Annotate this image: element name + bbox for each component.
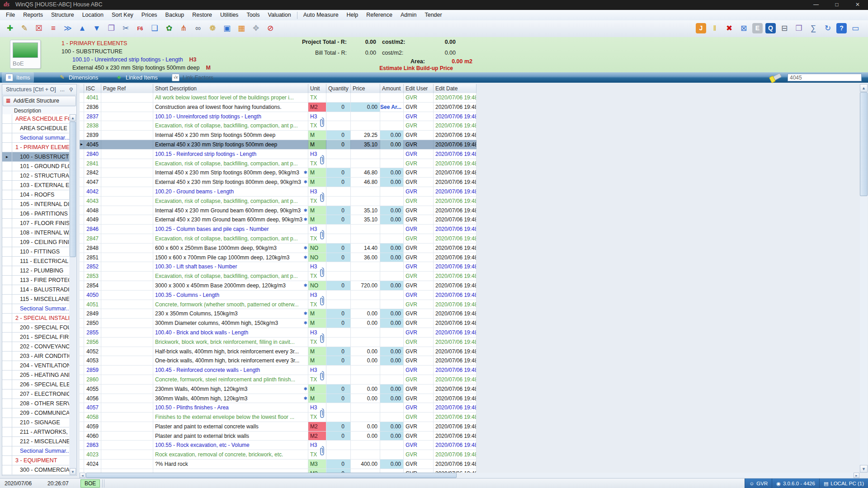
status-version-segment[interactable]: ◉3.0.6.0 - 4426 [772,479,819,488]
column-header-price[interactable]: Price [351,84,380,93]
menu-item-sort-key[interactable]: Sort Key [108,10,137,20]
price-cell[interactable]: 29.25 [351,131,380,140]
sidebar-item-104-roofs[interactable]: 104 - ROOFS [2,190,69,200]
quantity-cell[interactable] [326,225,351,234]
menu-item-reports[interactable]: Reports [19,10,47,20]
price-cell[interactable]: 0.00 [351,103,380,112]
sidebar-item-115-miscellaneo[interactable]: 115 - MISCELLANEO... [2,295,69,304]
quantity-cell[interactable]: 0 [326,103,351,112]
sidebar-item-area-schedule-for[interactable]: AREA SCHEDULE FOR ... [2,114,69,124]
table-row[interactable]: 4060Plaster and paint to external brick … [80,432,476,441]
estimate-link-build-up-price[interactable]: Estimate Link Build-up Price [316,65,453,71]
quantity-cell[interactable]: 0 [326,244,351,253]
refresh-icon[interactable]: ↻ [822,23,834,34]
scroll-up-icon[interactable]: ▲ [860,84,868,92]
table-row[interactable]: 2838Excavation, risk of collapse, backfi… [80,121,476,131]
quantity-cell[interactable]: 0 [326,319,351,328]
table-row[interactable]: 2853Excavation, risk of collapse, backfi… [80,272,476,281]
quantity-cell[interactable]: 0 [326,281,351,290]
table-row[interactable]: 4023Rock excavation, removal of concrete… [80,450,476,460]
quantity-cell[interactable] [326,234,351,243]
table-row[interactable]: 28543000 x 3000 x 450mm Base 2000mm deep… [80,281,476,291]
table-row[interactable]: 2860Concrete, formwork, steel reinforcem… [80,375,476,385]
price-cell[interactable] [351,338,380,347]
sidebar-item-106-partitions[interactable]: 106 - PARTITIONS [2,209,69,219]
quantity-cell[interactable]: 0 [326,356,351,365]
quantity-cell[interactable] [326,366,351,375]
table-row[interactable]: 4047External 450 x 230 mm Strip footings… [80,178,476,187]
price-cell[interactable] [351,187,380,196]
quantity-cell[interactable] [326,403,351,412]
table-row[interactable]: 2847Excavation, risk of collapse, backfi… [80,234,476,244]
menu-item-tools[interactable]: Tools [242,10,264,20]
table-row[interactable]: 2840100.15 - Reinforced strip footings -… [80,150,476,159]
table-row[interactable]: 2852100.30 - Lift shaft bases - NumberH3… [80,262,476,272]
table-row[interactable]: 2848600 x 600 x 250mm Base 1000mm deep, … [80,244,476,253]
add-edit-structure-button[interactable]: ≣Add/Edit Structure [3,96,76,106]
table-row[interactable]: 4042100.20 - Ground beams - LengthH3GVR2… [80,187,476,197]
price-cell[interactable] [351,272,380,281]
price-cell[interactable] [351,450,380,459]
table-row[interactable]: 2855100.40 - Brick and block walls - Len… [80,328,476,338]
panel-more-button[interactable]: ... [60,84,65,95]
table-row[interactable]: 2859100.45 - Reinforced concrete walls -… [80,366,476,375]
sidebar-item-103-external-en[interactable]: 103 - EXTERNAL EN... [2,181,69,190]
table-row[interactable]: 2836Construction area of lowest floor ha… [80,103,476,112]
price-cell[interactable] [351,112,380,121]
bracket-x-icon[interactable]: ⊠ [738,23,750,34]
quantity-cell[interactable]: 0 [326,206,351,215]
price-cell[interactable] [351,93,380,102]
sidebar-item-209-communicat[interactable]: 209 - COMMUNICAT... [2,408,69,418]
table-row[interactable]: 4053One-brick walls, 400mm high, brick r… [80,356,476,366]
table-row[interactable]: 4024?% Hard rockM30400.000.00GVR2020/07/… [80,460,476,469]
table-row[interactable]: 2850300mm Diameter columns, 400mm high, … [80,319,476,328]
sidebar-item-105-internal-div[interactable]: 105 - INTERNAL DIV... [2,200,69,209]
sidebar-item-110-fittings[interactable]: 110 - FITTINGS [2,247,69,257]
column-header-quantity[interactable]: Quantity [326,84,351,93]
table-row[interactable]: 4056360mm Walls, 400mm high, 120kg/m3✱M0… [80,394,476,404]
price-cell[interactable]: 0.00 [351,422,380,431]
quantity-cell[interactable] [326,441,351,450]
price-cell[interactable] [351,262,380,271]
quantity-cell[interactable]: 0 [326,385,351,394]
price-cell[interactable] [351,375,380,384]
sidebar-scroll-down-icon[interactable]: ▼ [70,468,76,475]
copy-icon[interactable]: ❐ [105,23,117,34]
quantity-cell[interactable] [326,328,351,337]
move-down-icon[interactable]: ▼ [91,23,103,34]
e-disabled-icon[interactable]: E [752,23,763,33]
sidebar-item-201-special-fire[interactable]: 201 - SPECIAL FIRE ... [2,333,69,342]
table-row[interactable]: 4055230mm Walls, 400mm high, 120kg/m3✱M0… [80,385,476,394]
column-header-edit-date[interactable]: Edit Date [434,84,476,93]
quantity-cell[interactable] [326,291,351,300]
table-row[interactable]: 4059Plaster and paint to external concre… [80,422,476,432]
new-item-icon[interactable]: ✚ [4,23,16,34]
quantity-cell[interactable]: 0 [326,131,351,140]
table-row[interactable]: 2856Brickwork, block work, brick reinfor… [80,338,476,347]
price-cell[interactable]: 400.00 [351,460,380,469]
sidebar-item-sectional-summar[interactable]: Sectional Summar... [2,446,69,456]
menu-item-tender[interactable]: Tender [420,10,446,20]
column-header-edit-user[interactable]: Edit User [404,84,434,93]
sidebar-scroll-up-icon[interactable]: ▲ [70,114,76,121]
price-cell[interactable] [351,159,380,168]
menu-item-prices[interactable]: Prices [137,10,161,20]
sidebar-item-109-ceiling-finis[interactable]: 109 - CEILING FINIS... [2,238,69,247]
price-cell[interactable] [351,403,380,412]
quantity-cell[interactable] [326,187,351,196]
quantity-cell[interactable]: 0 [326,460,351,469]
sidebar-item-200-special-foun[interactable]: 200 - SPECIAL FOUN... [2,323,69,333]
horizontal-scrollbar[interactable]: ◄ ► [80,473,859,478]
column-header-page-ref[interactable]: Page Ref [101,84,153,93]
sidebar-item-sectional-summar[interactable]: Sectional summar... [2,133,69,143]
price-cell[interactable]: 46.80 [351,168,380,177]
column-header-short-description[interactable]: Short Description [153,84,308,93]
price-cell[interactable] [351,234,380,243]
coins-icon[interactable]: ❁ [207,23,218,34]
table-row[interactable]: 28511500 x 600 x 700mm Pile cap 1000mm d… [80,253,476,263]
vertical-scrollbar[interactable]: ▲ ▼ [860,84,868,473]
table-row[interactable]: 2846100.25 - Column bases and pile caps … [80,225,476,234]
sidebar-item-111-electrical-in[interactable]: 111 - ELECTRICAL IN... [2,257,69,266]
table-row[interactable]: 2839Internal 450 x 230 mm Strip footings… [80,131,476,140]
binoculars-icon[interactable]: ∞ [192,23,204,34]
